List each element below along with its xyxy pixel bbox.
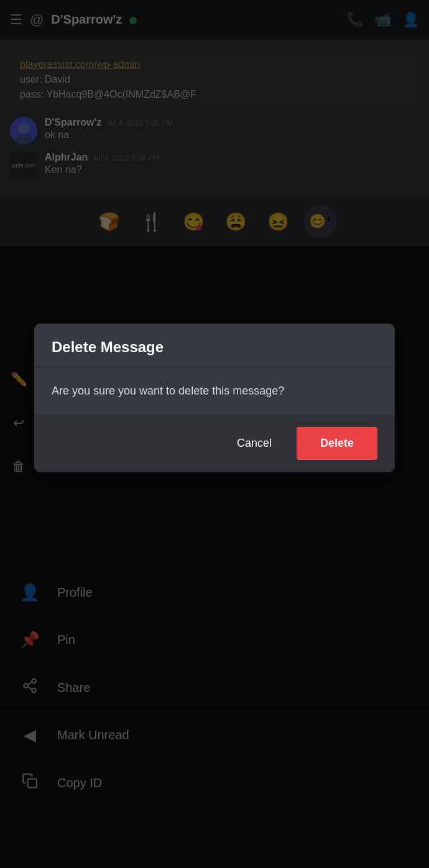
dialog-title: Delete Message: [52, 338, 164, 355]
dialog-backdrop: Delete Message Are you sure you want to …: [0, 0, 429, 868]
delete-message-dialog: Delete Message Are you sure you want to …: [34, 324, 395, 472]
cancel-button[interactable]: Cancel: [224, 429, 284, 457]
delete-button[interactable]: Delete: [297, 427, 377, 460]
dialog-body: Are you sure you want to delete this mes…: [34, 368, 395, 414]
dialog-message: Are you sure you want to delete this mes…: [52, 385, 284, 397]
dialog-header: Delete Message: [34, 324, 395, 368]
dialog-footer: Cancel Delete: [34, 414, 395, 472]
